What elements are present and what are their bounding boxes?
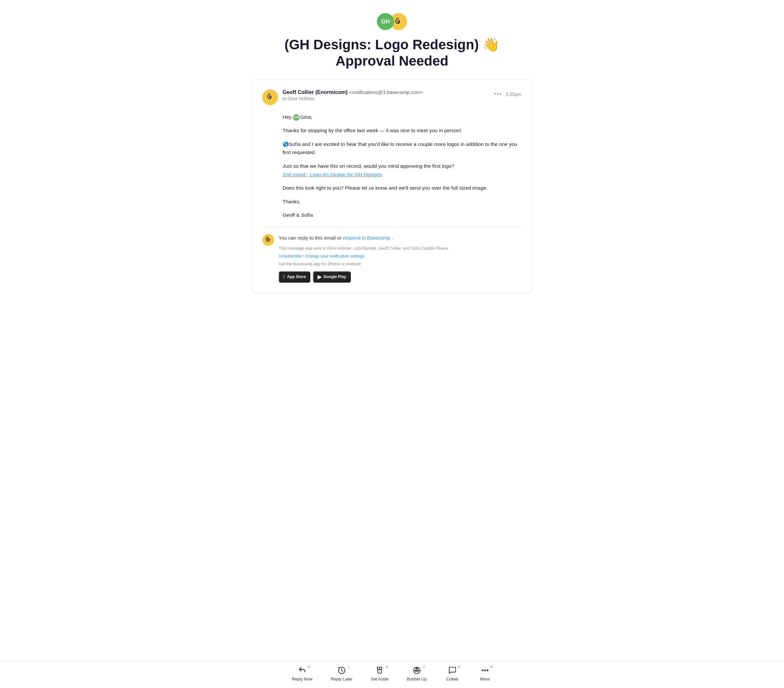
svg-point-6 <box>484 670 486 671</box>
toolbar-inner: R Reply Now L Reply Later <box>283 664 501 683</box>
sender-name-line: Geoff Collier (Enormicom) <notifications… <box>283 89 423 95</box>
respond-basecamp-link[interactable]: respond in Basecamp <box>343 235 390 241</box>
set-aside-icon-wrap: A <box>376 666 384 675</box>
svg-point-2 <box>415 670 416 671</box>
google-play-button[interactable]: ▶ Google Play <box>313 271 351 282</box>
email-meta-right: ••• 3:25pm <box>494 91 522 98</box>
collab-label: Collab <box>446 677 458 681</box>
email-body: Hey GHGina, Thanks for stopping by the o… <box>283 113 522 219</box>
svg-point-4 <box>418 670 419 671</box>
sender-avatar-icon <box>266 93 274 102</box>
svg-point-7 <box>487 670 488 671</box>
footer-content: You can reply to this email or respond i… <box>278 234 449 282</box>
svg-point-3 <box>417 670 417 671</box>
toolbar-more[interactable]: M More <box>469 664 501 683</box>
set-aside-label: Set Aside <box>371 677 389 681</box>
google-play-label: Google Play <box>323 274 346 279</box>
email-card: Geoff Collier (Enormicom) <notifications… <box>252 79 532 293</box>
app-store-button[interactable]:  App Store <box>278 271 310 282</box>
footer-meta2: Unsubscribe • Change your notification s… <box>278 253 449 259</box>
bubble-up-icon-wrap: Z <box>413 666 421 675</box>
reply-now-icon <box>298 666 306 675</box>
sender-to: to Gina Hollister <box>283 96 423 101</box>
reply-later-shortcut: L <box>348 665 349 669</box>
inline-avatar-gh: GH <box>293 114 300 121</box>
sender-info: Geoff Collier (Enormicom) <notifications… <box>283 89 423 101</box>
email-greeting: Hey GHGina, <box>283 113 522 122</box>
set-aside-shortcut: A <box>385 665 388 669</box>
email-divider <box>262 227 522 228</box>
basecamp-logo-icon <box>394 16 404 26</box>
collab-icon <box>448 666 457 675</box>
bubble-up-icon <box>413 666 421 675</box>
basecamp-footer-logo <box>262 234 274 246</box>
email-header: Geoff Collier (Enormicom) <notifications… <box>262 89 522 105</box>
options-dots-icon[interactable]: ••• <box>494 91 502 98</box>
avatar-gh: GH <box>377 13 394 30</box>
collab-shortcut: W <box>457 665 460 669</box>
sender-name: Geoff Collier (Enormicom) <box>283 89 348 95</box>
footer-reply-line: You can reply to this email or respond i… <box>278 234 449 242</box>
set-aside-icon <box>376 666 384 675</box>
app-store-label: App Store <box>287 274 306 279</box>
footer-meta1: This message was sent to Gina Hollister,… <box>278 245 449 252</box>
notification-settings-link[interactable]: Change your notification settings <box>305 254 364 258</box>
toolbar-collab[interactable]: W Collab <box>436 664 469 683</box>
page-wrapper: GH (GH Designs: Logo Redesign) 👋 Approva… <box>245 0 539 332</box>
reply-now-label: Reply Now <box>292 677 313 681</box>
more-icon-wrap: M <box>481 666 489 675</box>
page-title: (GH Designs: Logo Redesign) 👋 Approval N… <box>285 36 500 69</box>
bubble-up-shortcut: Z <box>423 665 425 669</box>
email-paragraph2: 🌎Sofía and I are excited to hear that yo… <box>283 140 522 157</box>
reply-later-label: Reply Later <box>331 677 352 681</box>
email-footer: You can reply to this email or respond i… <box>262 234 522 282</box>
apple-icon:  <box>283 274 285 280</box>
sender-email: <notifications@3.basecamp.com> <box>349 89 423 95</box>
more-icon <box>481 666 489 675</box>
email-closing: Thanks, <box>283 197 522 206</box>
email-paragraph4: Does this look right to you? Please let … <box>283 184 522 192</box>
reply-later-icon <box>338 666 346 675</box>
more-shortcut: M <box>490 665 493 669</box>
sender-avatar <box>262 89 278 105</box>
email-paragraph1: Thanks for stopping by the office last w… <box>283 126 522 135</box>
basecamp-footer-icon <box>265 236 272 243</box>
email-time: 3:25pm <box>506 91 522 97</box>
email-header-left: Geoff Collier (Enormicom) <notifications… <box>262 89 423 105</box>
store-buttons:  App Store ▶ Google Play <box>278 271 449 282</box>
toolbar-bubble-up[interactable]: Z Bubble Up <box>398 664 436 683</box>
bubble-up-label: Bubble Up <box>407 677 427 681</box>
footer-meta3: Get the Basecamp app for iPhone or Andro… <box>278 261 449 267</box>
reply-now-shortcut: R <box>308 665 310 669</box>
svg-point-5 <box>482 670 483 671</box>
more-label: More <box>480 677 490 681</box>
email-signature: Geoff & Sofía <box>283 211 522 219</box>
toolbar-reply-later[interactable]: L Reply Later <box>321 664 361 683</box>
google-play-icon: ▶ <box>318 274 321 280</box>
toolbar-reply-now[interactable]: R Reply Now <box>283 664 322 683</box>
reply-later-icon-wrap: L <box>338 666 346 675</box>
header-icons: GH <box>377 13 407 30</box>
bottom-toolbar: R Reply Now L Reply Later <box>0 660 784 688</box>
toolbar-set-aside[interactable]: A Set Aside <box>362 664 398 683</box>
email-paragraph3: Just so that we have this on record, wou… <box>283 162 522 179</box>
unsubscribe-link[interactable]: Unsubscribe <box>278 254 301 258</box>
logo-design-link[interactable]: 2nd round - Logo Art Design for GH Desig… <box>283 172 382 177</box>
reply-now-icon-wrap: R <box>298 666 306 675</box>
collab-icon-wrap: W <box>448 666 457 675</box>
